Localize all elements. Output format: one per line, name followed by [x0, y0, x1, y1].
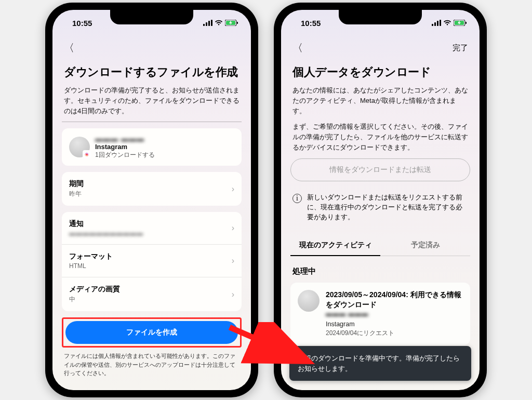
page-desc1: あなたの情報には、あなたがシェアしたコンテンツ、あなたのアクティビティ、Meta… — [292, 85, 468, 116]
period-row[interactable]: 期間 昨年 › — [62, 172, 242, 206]
svg-rect-8 — [434, 22, 436, 26]
section-processing: 処理中 — [292, 266, 468, 276]
activity-card[interactable]: 2023/09/05～2024/09/04: 利用できる情報をダウンロード ▬▬… — [290, 283, 470, 345]
notch — [339, 10, 422, 24]
tab-current-activity[interactable]: 現在のアクティビティ — [290, 235, 380, 256]
activity-requested: 2024/09/04にリクエスト — [326, 329, 463, 338]
quality-value: 中 — [69, 295, 120, 304]
notch — [110, 10, 193, 24]
svg-rect-13 — [466, 22, 467, 24]
notify-row[interactable]: 通知 ▬▬▬▬▬▬▬▬▬▬▬ › — [62, 212, 242, 245]
svg-rect-6 — [237, 22, 238, 24]
info-icon: i — [292, 194, 302, 203]
info-row: i 新しいダウンロードまたは転送をリクエストする前に、現在進行中のダウンロードと… — [290, 193, 470, 223]
chevron-right-icon: › — [232, 290, 234, 299]
battery-icon — [225, 20, 238, 26]
avatar — [298, 290, 320, 312]
svg-rect-3 — [211, 20, 212, 26]
info-text: 新しいダウンロードまたは転送をリクエストする前に、現在進行中のダウンロードと転送… — [307, 193, 468, 223]
account-card: ◉ ▬▬▬ ▬▬▬ Instagram 1回ダウンロードする — [62, 128, 242, 166]
tabs: 現在のアクティビティ 予定済み — [290, 235, 470, 256]
activity-title: 2023/09/05～2024/09/04: 利用できる情報をダウンロード — [326, 290, 463, 310]
notify-label: 通知 — [69, 219, 143, 229]
instagram-badge-icon: ◉ — [83, 150, 91, 158]
signal-icon — [203, 20, 212, 26]
back-button[interactable]: 〈 — [64, 41, 74, 55]
account-name: ▬▬▬ ▬▬▬ — [95, 135, 155, 143]
avatar: ◉ — [69, 137, 90, 157]
chevron-right-icon: › — [232, 223, 234, 233]
settings-card: 通知 ▬▬▬▬▬▬▬▬▬▬▬ › フォーマット HTML › メディアの画質 中 — [62, 212, 242, 311]
phone-left: 10:55 〈 ダウンロードするファイルを作成 ダウンロードの準備が完了すると、… — [45, 3, 258, 397]
svg-rect-10 — [440, 20, 441, 26]
period-label: 期間 — [69, 179, 84, 189]
svg-rect-2 — [208, 21, 210, 26]
screen-right: 10:55 〈 完了 個人データをダウンロード あなたの情報には、あなたがシェア… — [281, 10, 480, 390]
chevron-right-icon: › — [232, 184, 234, 194]
period-value: 昨年 — [69, 190, 84, 198]
battery-icon — [454, 20, 467, 26]
wifi-icon — [215, 20, 223, 26]
highlight-box: ファイルを作成 — [62, 317, 242, 348]
activity-platform: Instagram — [326, 321, 463, 328]
tab-scheduled[interactable]: 予定済み — [380, 235, 470, 256]
status-icons — [432, 20, 467, 26]
account-row: ◉ ▬▬▬ ▬▬▬ Instagram 1回ダウンロードする — [69, 135, 234, 159]
done-button[interactable]: 完了 — [453, 43, 468, 53]
status-icons — [203, 20, 238, 26]
svg-rect-0 — [203, 24, 205, 26]
wifi-icon — [443, 20, 451, 26]
page-title: ダウンロードするファイルを作成 — [64, 64, 240, 80]
notify-value: ▬▬▬▬▬▬▬▬▬▬▬ — [69, 230, 143, 237]
page-title: 個人データをダウンロード — [292, 64, 468, 80]
chevron-right-icon: › — [232, 256, 234, 265]
toast-message: 情報のダウンロードを準備中です。準備が完了したらお知らせします。 — [289, 346, 471, 381]
status-time: 10:55 — [301, 19, 321, 28]
screen-left: 10:55 〈 ダウンロードするファイルを作成 ダウンロードの準備が完了すると、… — [52, 10, 251, 390]
account-platform: Instagram — [95, 143, 155, 151]
format-value: HTML — [69, 262, 113, 270]
page-desc2: まず、ご希望の情報を選択してください。その後、ファイルの準備が完了したら、ファイ… — [292, 122, 468, 153]
phone-right: 10:55 〈 完了 個人データをダウンロード あなたの情報には、あなたがシェア… — [274, 3, 487, 397]
divider — [62, 122, 242, 122]
format-row[interactable]: フォーマット HTML › — [62, 245, 242, 277]
content-right: 〈 完了 個人データをダウンロード あなたの情報には、あなたがシェアしたコンテン… — [281, 31, 480, 390]
activity-account-name: ▬▬▬ ▬▬▬ — [326, 310, 463, 317]
signal-icon — [432, 20, 441, 26]
nav-bar: 〈 完了 — [290, 31, 470, 62]
svg-rect-9 — [437, 21, 438, 26]
download-count-note: 1回ダウンロードする — [95, 151, 155, 159]
period-card: 期間 昨年 › — [62, 172, 242, 206]
create-file-button[interactable]: ファイルを作成 — [65, 321, 238, 344]
page-description: ダウンロードの準備が完了すると、お知らせが送信されます。セキュリティのため、ファ… — [64, 85, 240, 116]
svg-rect-1 — [206, 22, 207, 26]
nav-bar: 〈 — [62, 31, 242, 62]
quality-row[interactable]: メディアの画質 中 › — [62, 277, 242, 311]
fine-print: ファイルには個人情報が含まれている可能性があります。このファイルの保管や送信、別… — [64, 352, 240, 378]
quality-label: メディアの画質 — [69, 285, 120, 294]
svg-rect-7 — [432, 24, 433, 26]
format-label: フォーマット — [69, 252, 113, 261]
status-time: 10:55 — [72, 19, 92, 28]
back-button[interactable]: 〈 — [292, 41, 303, 55]
content-left: 〈 ダウンロードするファイルを作成 ダウンロードの準備が完了すると、お知らせが送… — [52, 31, 251, 390]
download-transfer-button-disabled: 情報をダウンロードまたは転送 — [290, 158, 470, 181]
